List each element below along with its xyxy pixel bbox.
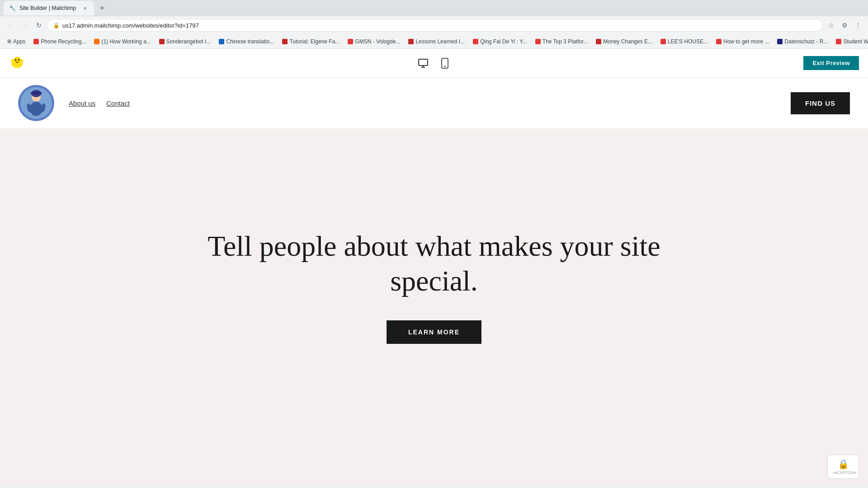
bookmark-favicon-5: [282, 39, 288, 44]
svg-point-4: [18, 59, 20, 61]
bookmark-8[interactable]: Qing Fai De Yi : Y...: [469, 36, 531, 47]
svg-rect-7: [419, 59, 428, 66]
bookmark-favicon-7: [408, 39, 414, 44]
svg-point-15: [30, 92, 42, 94]
lock-icon: 🔒: [53, 22, 60, 28]
bookmark-favicon-14: [836, 39, 841, 44]
browser-chrome: 🔧 Site Builder | Mailchimp ✕ + ← → ↻ 🔒 u…: [0, 0, 868, 49]
bookmark-favicon-3: [159, 39, 165, 44]
bookmark-4[interactable]: Chinese translatio...: [215, 36, 278, 47]
website-nav: About us Contact FIND US: [0, 78, 868, 128]
bookmark-13[interactable]: Datenschutz - R...: [774, 36, 831, 47]
hero-section: Tell people about what makes your site s…: [0, 128, 868, 445]
bookmark-favicon-1: [33, 39, 39, 44]
svg-point-5: [11, 59, 14, 62]
bookmark-6[interactable]: GMSN - Vologde...: [344, 36, 404, 47]
bookmark-favicon-9: [535, 39, 541, 44]
bookmark-favicon-13: [777, 39, 783, 44]
mailchimp-logo[interactable]: [9, 54, 25, 72]
tab-title: Site Builder | Mailchimp: [19, 5, 76, 11]
tab-close-button[interactable]: ✕: [81, 5, 89, 12]
bookmark-14[interactable]: Student Wants an...: [832, 36, 868, 47]
bookmark-5[interactable]: Tutorial: Eigene Fa...: [278, 36, 343, 47]
nav-links: About us Contact: [69, 99, 130, 107]
hero-title: Tell people about what makes your site s…: [185, 229, 683, 299]
recaptcha-icon: 🔒: [833, 459, 853, 469]
back-button[interactable]: ←: [4, 19, 16, 32]
nav-link-contact[interactable]: Contact: [106, 99, 130, 107]
browser-actions: ☆ ⚙ ⋮: [825, 19, 864, 32]
view-toggle: [416, 56, 452, 70]
extensions-button[interactable]: ⚙: [838, 19, 851, 32]
bookmark-10[interactable]: Money Changes E...: [592, 36, 656, 47]
menu-button[interactable]: ⋮: [852, 19, 864, 32]
site-logo: [18, 85, 54, 121]
bookmark-button[interactable]: ☆: [825, 19, 837, 32]
bookmark-favicon-6: [348, 39, 353, 44]
bookmark-12[interactable]: How to get more ...: [712, 36, 773, 47]
active-tab[interactable]: 🔧 Site Builder | Mailchimp ✕: [4, 1, 94, 15]
forward-button[interactable]: →: [18, 19, 31, 32]
bookmark-favicon-2: [94, 39, 99, 44]
tab-bar: 🔧 Site Builder | Mailchimp ✕ +: [0, 0, 868, 16]
desktop-view-button[interactable]: [416, 56, 430, 70]
recaptcha-label: reCAPTCHA: [833, 470, 853, 475]
website-preview: About us Contact FIND US Tell people abo…: [0, 78, 868, 484]
tab-favicon: 🔧: [9, 5, 16, 11]
app-header: Exit Preview: [0, 49, 868, 78]
mobile-view-button[interactable]: [438, 56, 452, 70]
bookmark-apps[interactable]: ⊞ Apps: [4, 36, 29, 47]
bookmark-favicon-12: [716, 39, 722, 44]
bookmark-favicon-11: [660, 39, 666, 44]
bookmark-9[interactable]: The Top 3 Platfor...: [532, 36, 592, 47]
exit-preview-button[interactable]: Exit Preview: [803, 56, 859, 70]
bookmark-favicon-10: [596, 39, 601, 44]
svg-point-3: [15, 59, 17, 61]
learn-more-button[interactable]: Learn More: [387, 320, 481, 344]
bookmark-11[interactable]: LEE'S HOUSE...: [657, 36, 712, 47]
recaptcha-badge: 🔒 reCAPTCHA: [827, 455, 859, 479]
find-us-button[interactable]: FIND US: [791, 92, 850, 114]
address-bar[interactable]: 🔒 us17.admin.mailchimp.com/websites/edit…: [47, 19, 823, 32]
address-text: us17.admin.mailchimp.com/websites/editor…: [62, 22, 199, 29]
bookmark-3[interactable]: Sonderangebot I...: [156, 36, 215, 47]
address-bar-row: ← → ↻ 🔒 us17.admin.mailchimp.com/website…: [0, 16, 868, 34]
apps-bookmark-icon: ⊞: [7, 38, 11, 44]
bookmark-7[interactable]: Lessons Learned I...: [405, 36, 468, 47]
reload-button[interactable]: ↻: [33, 19, 45, 32]
bookmark-2[interactable]: (1) How Working a...: [90, 36, 154, 47]
bookmark-1[interactable]: Phone Recycling...: [30, 36, 90, 47]
svg-point-6: [20, 59, 23, 62]
bookmarks-bar: ⊞ Apps Phone Recycling... (1) How Workin…: [0, 34, 868, 49]
new-tab-button[interactable]: +: [96, 2, 108, 14]
bookmark-favicon-8: [473, 39, 478, 44]
nav-link-about[interactable]: About us: [69, 99, 95, 107]
website-nav-left: About us Contact: [18, 85, 130, 121]
bookmark-favicon-4: [219, 39, 224, 44]
